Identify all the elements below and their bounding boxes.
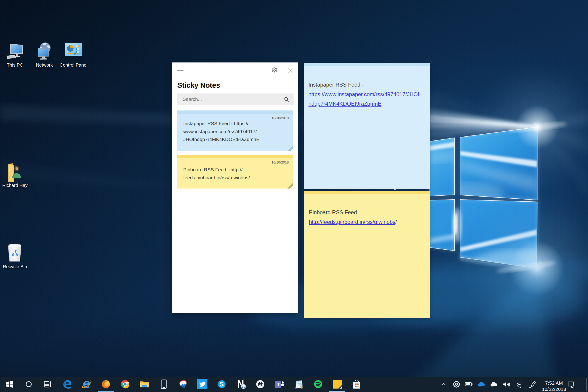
svg-text:19: 19 — [242, 385, 245, 388]
svg-text:T: T — [277, 382, 280, 388]
